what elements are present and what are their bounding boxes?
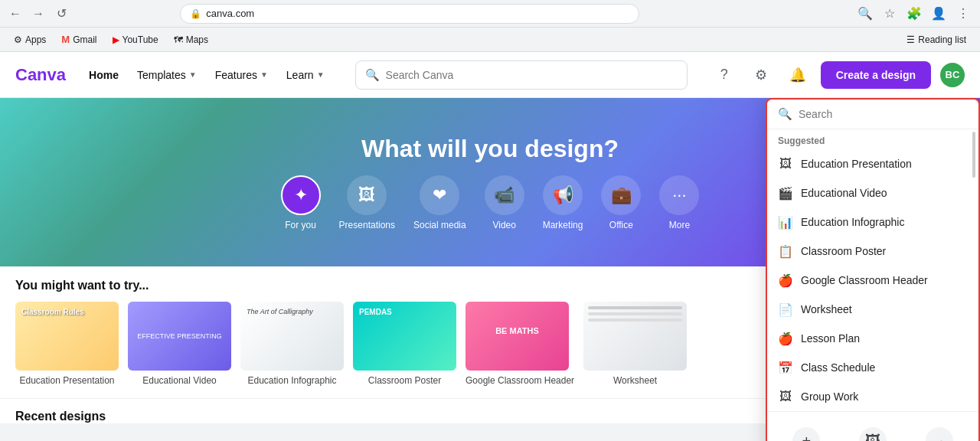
search-icon-btn[interactable]: 🔍 [854,3,876,24]
main-content: What will you design? ✦ For you 🖼 Presen… [0,98,980,441]
scrollbar-thumb [972,132,975,178]
nav-features[interactable]: Features ▼ [207,64,276,86]
template-label-0: Education Presentation [15,375,119,386]
template-card-4[interactable]: BE MATHS Google Classroom Header [466,302,574,386]
template-thumb-4: BE MATHS [466,302,569,371]
lock-icon: 🔒 [190,8,201,19]
dropdown-item-3[interactable]: 📋 Classroom Poster [767,237,978,266]
address-bar[interactable]: 🔒 canva.com [180,4,639,24]
dropdown-item-label-7: Class Schedule [801,361,875,374]
more-icon: ··· [659,175,699,215]
bookmark-maps[interactable]: 🗺 Maps [168,31,214,48]
edu-video-icon: 🎬 [778,185,793,201]
bookmark-youtube[interactable]: ▶ YouTube [106,31,165,48]
forward-button[interactable]: → [29,5,47,23]
dropdown-item-0[interactable]: 🖼 Education Presentation [767,149,978,178]
refresh-button[interactable]: ↺ [52,5,70,23]
help-icon-btn[interactable]: ? [710,61,738,89]
custom-size-button[interactable]: + Custom size [775,421,838,441]
template-label-5: Worksheet [583,375,687,386]
dropdown-item-5[interactable]: 📄 Worksheet [767,295,978,324]
template-card-1[interactable]: EFFECTIVE PRESENTING Educational Video [128,302,231,386]
back-button[interactable]: ← [6,5,24,23]
dropdown-scrollbar[interactable] [972,132,975,433]
canva-header: Canva Home Templates ▼ Features ▼ Learn … [0,52,980,98]
dropdown-search-area[interactable]: 🔍 [767,100,978,129]
menu-icon-btn[interactable]: ⋮ [952,3,974,24]
video-icon: 📹 [485,175,524,215]
social-icon: ❤ [420,175,459,215]
edit-photo-button[interactable]: 🖼 Edit photo [841,421,905,441]
dropdown-item-label-2: Education Infographic [801,216,904,228]
import-pdf-icon: ☁ [926,427,953,441]
dropdown-item-6[interactable]: 🍎 Lesson Plan [767,324,978,353]
google-classroom-icon: 🍎 [778,273,793,288]
notifications-icon-btn[interactable]: 🔔 [784,61,812,89]
profile-icon-btn[interactable]: 👤 [928,3,949,24]
nav-learn[interactable]: Learn ▼ [279,64,332,86]
avatar[interactable]: BC [940,63,965,87]
template-thumb-0: Classroom Rules [15,302,119,371]
presentations-label: Presentations [339,220,395,230]
youtube-icon: ▶ [113,34,119,45]
template-card-0[interactable]: Classroom Rules Education Presentation [15,302,119,386]
template-card-2[interactable]: The Art of Calligraphy Education Infogra… [240,302,344,386]
learn-arrow-icon: ▼ [317,70,325,79]
dropdown-item-2[interactable]: 📊 Education Infographic [767,207,978,237]
maps-label: Maps [186,34,208,45]
url-text: canva.com [206,8,254,19]
features-arrow-icon: ▼ [260,70,268,79]
office-icon: 💼 [601,175,641,215]
hero-icons-row: ✦ For you 🖼 Presentations ❤ Social media… [281,175,700,230]
dropdown-search-input[interactable] [799,108,968,120]
nav-templates[interactable]: Templates ▼ [129,64,204,86]
dropdown-item-label-5: Worksheet [801,303,852,315]
bookmarks-bar: ⚙ Apps M Gmail ▶ YouTube 🗺 Maps ☰ Readin… [0,28,980,52]
dropdown-item-1[interactable]: 🎬 Educational Video [767,178,978,207]
foryou-icon: ✦ [281,175,321,215]
hero-icon-foryou[interactable]: ✦ For you [281,175,321,230]
bookmark-apps[interactable]: ⚙ Apps [8,31,52,48]
extensions-icon-btn[interactable]: 🧩 [903,3,925,24]
dropdown-item-label-3: Classroom Poster [801,245,886,257]
dropdown-item-7[interactable]: 📅 Class Schedule [767,353,978,382]
search-bar[interactable]: 🔍 [355,60,688,90]
bookmark-gmail[interactable]: M Gmail [55,31,103,48]
template-card-5[interactable]: Worksheet [583,302,687,386]
template-card-3[interactable]: PEMDAS Classroom Poster [353,302,456,386]
canva-logo[interactable]: Canva [15,65,66,85]
dropdown-item-8[interactable]: 🖼 Group Work [767,382,978,411]
reading-list-label: Reading list [918,34,966,45]
apps-icon: ⚙ [14,34,22,45]
video-label: Video [492,220,515,230]
template-thumb-3: PEMDAS [353,302,456,371]
dropdown-item-4[interactable]: 🍎 Google Classroom Header [767,266,978,295]
browser-chrome: ← → ↺ 🔒 canva.com 🔍 ☆ 🧩 👤 ⋮ [0,0,980,28]
class-schedule-icon: 📅 [778,360,793,375]
hero-icon-office[interactable]: 💼 Office [601,175,641,230]
office-label: Office [609,220,633,230]
reading-list-button[interactable]: ☰ Reading list [900,31,972,48]
template-label-4: Google Classroom Header [466,375,574,386]
classroom-poster-icon: 📋 [778,243,793,259]
import-pdf-button[interactable]: ☁ Import PDF [907,421,971,441]
worksheet-icon: 📄 [778,302,793,317]
hero-icon-social[interactable]: ❤ Social media [413,175,466,230]
template-label-2: Education Infographic [240,375,344,386]
settings-icon-btn[interactable]: ⚙ [747,61,775,89]
create-design-button[interactable]: Create a design [821,61,931,89]
search-input[interactable] [386,69,678,81]
reading-list-icon: ☰ [906,34,915,45]
nav-home[interactable]: Home [81,64,126,86]
hero-icon-marketing[interactable]: 📢 Marketing [543,175,583,230]
youtube-label: YouTube [122,34,158,45]
social-label: Social media [413,220,466,230]
dropdown-suggested-label: Suggested [767,129,978,149]
hero-icon-presentations[interactable]: 🖼 Presentations [339,175,395,230]
template-thumb-1: EFFECTIVE PRESENTING [128,302,231,371]
template-thumb-2: The Art of Calligraphy [240,302,344,371]
hero-icon-video[interactable]: 📹 Video [485,175,524,230]
star-icon-btn[interactable]: ☆ [879,3,900,24]
hero-icon-more[interactable]: ··· More [659,175,699,230]
more-label: More [669,220,690,230]
